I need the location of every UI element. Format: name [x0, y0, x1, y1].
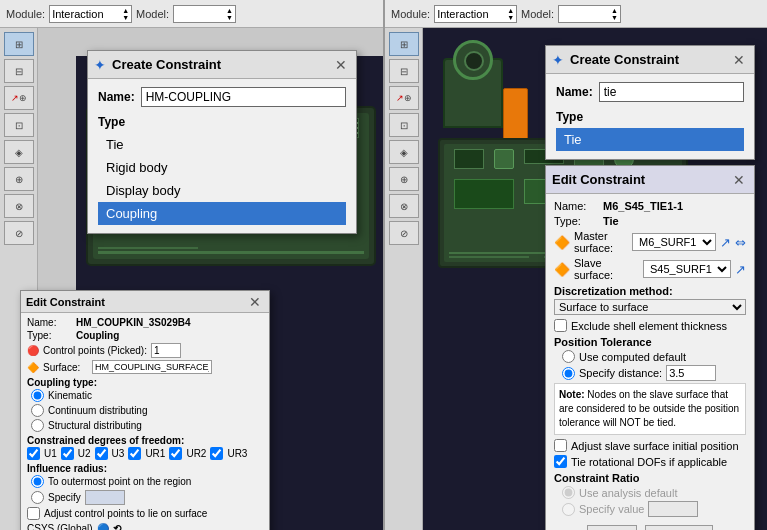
r-toolbar-btn-7[interactable]: ⊗ [389, 194, 419, 218]
use-computed-row: Use computed default [554, 350, 746, 363]
master-ref-btn[interactable]: ⇔ [735, 235, 746, 250]
outermost-radio-row: To outermost point on the region [27, 475, 263, 488]
kinematic-radio[interactable] [31, 389, 44, 402]
edit-constraint-titlebar-right[interactable]: Edit Constraint ✕ [546, 166, 754, 194]
tie-rotational-check[interactable] [554, 455, 567, 468]
constraint-ratio-section: Constraint Ratio Use analysis default Sp… [554, 472, 746, 517]
kinematic-label: Kinematic [48, 390, 92, 401]
edit-close-left[interactable]: ✕ [246, 295, 264, 309]
type-tie-right[interactable]: Tie [556, 128, 744, 151]
create-constraint-body-right: Name: Type Tie [546, 74, 754, 159]
toolbar-btn-5[interactable]: ◈ [4, 140, 34, 164]
specify-radio[interactable] [31, 491, 44, 504]
specify-value-radio[interactable] [562, 503, 575, 516]
u2-check[interactable] [61, 447, 74, 460]
use-computed-radio[interactable] [562, 350, 575, 363]
specify-value-label: Specify value [579, 503, 644, 515]
cp-input-left[interactable] [151, 343, 181, 358]
use-analysis-radio[interactable] [562, 486, 575, 499]
edit-constraint-titlebar-left[interactable]: Edit Constraint ✕ [21, 291, 269, 313]
r-toolbar-btn-2[interactable]: ⊟ [389, 59, 419, 83]
close-button-left[interactable]: ✕ [332, 58, 350, 72]
use-computed-label: Use computed default [579, 351, 686, 363]
specify-distance-radio[interactable] [562, 367, 575, 380]
specify-input-left[interactable] [85, 490, 125, 505]
r-toolbar-btn-4[interactable]: ⊡ [389, 113, 419, 137]
r-toolbar-btn-5[interactable]: ◈ [389, 140, 419, 164]
dof-checkboxes: U1 U2 U3 UR1 UR2 UR3 [27, 447, 263, 460]
csys-icon1: 🔵 [97, 523, 109, 530]
ur3-check[interactable] [210, 447, 223, 460]
name-row-right: Name: [556, 82, 744, 102]
influence-radius-label: Influence radius: [27, 463, 263, 474]
tie-rotational-row: Tie rotational DOFs if applicable [554, 455, 746, 468]
ur1-check[interactable] [128, 447, 141, 460]
toolbar-btn-8[interactable]: ⊘ [4, 221, 34, 245]
continuum-radio-row: Continuum distributing [27, 404, 263, 417]
toolbar-btn-1[interactable]: ⊞ [4, 32, 34, 56]
u1-check[interactable] [27, 447, 40, 460]
structural-radio[interactable] [31, 419, 44, 432]
toolbar-btn-7[interactable]: ⊗ [4, 194, 34, 218]
create-constraint-titlebar-right[interactable]: ✦ Create Constraint ✕ [546, 46, 754, 74]
specify-label: Specify [48, 492, 81, 503]
specify-distance-input[interactable] [666, 365, 716, 381]
constraint-icon-left: ✦ [94, 57, 106, 73]
close-button-right[interactable]: ✕ [730, 53, 748, 67]
name-input-right[interactable] [599, 82, 744, 102]
ec-type-value-left: Coupling [76, 330, 119, 341]
left-module-spinner[interactable]: ▲ ▼ [122, 7, 129, 21]
constraint-ratio-label: Constraint Ratio [554, 472, 746, 484]
slave-surface-icon: 🔶 [554, 262, 570, 277]
slave-surface-label: Slave surface: [574, 257, 639, 281]
outermost-radio[interactable] [31, 475, 44, 488]
adjust-cp-check[interactable] [27, 507, 40, 520]
cancel-button-right-edit[interactable]: Cancel [645, 525, 713, 530]
right-model-spinner[interactable]: ▲ ▼ [611, 7, 618, 21]
type-rigid-left[interactable]: Rigid body [98, 156, 346, 179]
continuum-radio[interactable] [31, 404, 44, 417]
create-constraint-titlebar-left[interactable]: ✦ Create Constraint ✕ [88, 51, 356, 79]
type-list-left: Tie Rigid body Display body Coupling [98, 133, 346, 225]
csys-label: CSYS (Global) [27, 523, 93, 530]
structural-radio-row: Structural distributing [27, 419, 263, 432]
toolbar-btn-4[interactable]: ⊡ [4, 113, 34, 137]
constrained-dof-label: Constrained degrees of freedom: [27, 435, 263, 446]
ok-button-right-edit[interactable]: OK [587, 525, 637, 530]
r-toolbar-btn-3[interactable]: ↗ ⊕ [389, 86, 419, 110]
toolbar-btn-2[interactable]: ⊟ [4, 59, 34, 83]
toolbar-btn-3[interactable]: ↗ ⊕ [4, 86, 34, 110]
master-surface-label: Master surface: [574, 230, 628, 254]
discretization-select[interactable]: Surface to surface Node to surface [554, 299, 746, 315]
type-coupling-left[interactable]: Coupling [98, 202, 346, 225]
adjust-slave-row: Adjust slave surface initial position [554, 439, 746, 452]
surf-label-left: Surface: [43, 362, 88, 373]
r-toolbar-btn-1[interactable]: ⊞ [389, 32, 419, 56]
ur2-check[interactable] [169, 447, 182, 460]
master-link-btn[interactable]: ↗ [720, 235, 731, 250]
type-display-left[interactable]: Display body [98, 179, 346, 202]
u3-check[interactable] [95, 447, 108, 460]
specify-value-input[interactable] [648, 501, 698, 517]
exclude-shell-check[interactable] [554, 319, 567, 332]
r-toolbar-btn-6[interactable]: ⊕ [389, 167, 419, 191]
name-input-left[interactable] [141, 87, 346, 107]
slave-surface-select[interactable]: S45_SURF1 [643, 260, 731, 278]
right-toolbar: ⊞ ⊟ ↗ ⊕ ⊡ ◈ ⊕ ⊗ ⊘ [385, 28, 423, 530]
master-surface-select[interactable]: M6_SURF1 [632, 233, 716, 251]
toolbar-btn-6[interactable]: ⊕ [4, 167, 34, 191]
continuum-label: Continuum distributing [48, 405, 148, 416]
r-toolbar-btn-8[interactable]: ⊘ [389, 221, 419, 245]
right-module-spinner[interactable]: ▲ ▼ [507, 7, 514, 21]
adjust-slave-check[interactable] [554, 439, 567, 452]
left-model-spinner[interactable]: ▲ ▼ [226, 7, 233, 21]
type-tie-left[interactable]: Tie [98, 133, 346, 156]
create-constraint-title-left: Create Constraint [112, 57, 326, 72]
edit-close-right[interactable]: ✕ [730, 173, 748, 187]
cp-label-left: Control points (Picked): [43, 345, 147, 356]
edit-constraint-dialog-left: Edit Constraint ✕ Name: HM_COUPKIN_3S029… [20, 290, 270, 530]
slave-link-btn[interactable]: ↗ [735, 262, 746, 277]
surf-input-left[interactable] [92, 360, 212, 374]
left-module-value: Interaction [52, 8, 122, 20]
right-module-bar: Module: Interaction ▲ ▼ Model: ▲ ▼ [385, 0, 767, 28]
